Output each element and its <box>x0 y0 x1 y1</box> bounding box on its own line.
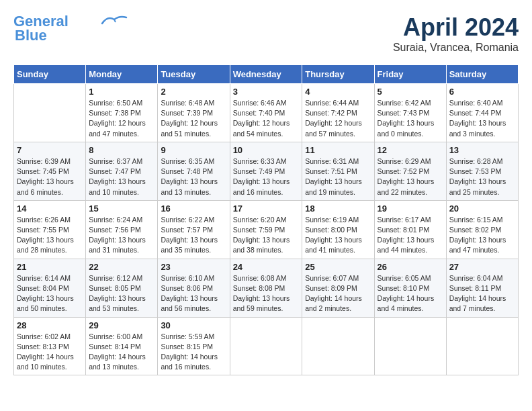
logo-bird-icon <box>101 14 128 26</box>
day-number: 15 <box>89 203 154 214</box>
day-info: Sunrise: 6:24 AMSunset: 7:56 PMDaylight:… <box>89 215 154 256</box>
day-info: Sunrise: 6:37 AMSunset: 7:47 PMDaylight:… <box>89 156 154 197</box>
day-number: 22 <box>89 262 154 272</box>
calendar-body: 1Sunrise: 6:50 AMSunset: 7:38 PMDaylight… <box>14 84 519 375</box>
day-number: 26 <box>378 262 443 272</box>
calendar-cell: 17Sunrise: 6:20 AMSunset: 7:59 PMDayligh… <box>230 200 302 259</box>
calendar-cell <box>230 317 302 375</box>
calendar-table: SundayMondayTuesdayWednesdayThursdayFrid… <box>13 64 519 375</box>
weekday-header-friday: Friday <box>374 65 446 84</box>
calendar-cell: 23Sunrise: 6:10 AMSunset: 8:06 PMDayligh… <box>158 259 230 317</box>
title-area: April 2024 Suraia, Vrancea, Romania <box>393 13 519 54</box>
day-number: 16 <box>161 203 226 214</box>
calendar-cell: 29Sunrise: 6:00 AMSunset: 8:14 PMDayligh… <box>86 317 158 375</box>
calendar-cell: 19Sunrise: 6:17 AMSunset: 8:01 PMDayligh… <box>374 200 446 259</box>
day-number: 7 <box>17 145 83 155</box>
day-number: 6 <box>449 87 515 97</box>
day-number: 19 <box>378 203 443 214</box>
day-number: 11 <box>305 145 371 155</box>
calendar-cell <box>302 317 374 375</box>
header: General Blue April 2024 Suraia, Vrancea,… <box>13 13 519 54</box>
calendar-cell <box>446 317 518 375</box>
calendar-week-row: 21Sunrise: 6:14 AMSunset: 8:04 PMDayligh… <box>14 259 519 317</box>
day-info: Sunrise: 6:19 AMSunset: 8:00 PMDaylight:… <box>305 215 371 256</box>
calendar-cell: 21Sunrise: 6:14 AMSunset: 8:04 PMDayligh… <box>14 259 86 317</box>
calendar-cell: 24Sunrise: 6:08 AMSunset: 8:08 PMDayligh… <box>230 259 302 317</box>
calendar-cell <box>374 317 446 375</box>
weekday-header-thursday: Thursday <box>302 65 374 84</box>
calendar-cell: 27Sunrise: 6:04 AMSunset: 8:11 PMDayligh… <box>446 259 518 317</box>
weekday-header-tuesday: Tuesday <box>158 65 230 84</box>
day-number: 27 <box>449 262 515 272</box>
calendar-cell: 4Sunrise: 6:44 AMSunset: 7:42 PMDaylight… <box>302 84 374 142</box>
day-info: Sunrise: 6:35 AMSunset: 7:48 PMDaylight:… <box>161 156 226 197</box>
calendar-cell: 8Sunrise: 6:37 AMSunset: 7:47 PMDaylight… <box>86 142 158 200</box>
calendar-cell <box>14 84 86 142</box>
calendar-cell: 5Sunrise: 6:42 AMSunset: 7:43 PMDaylight… <box>374 84 446 142</box>
calendar-cell: 14Sunrise: 6:26 AMSunset: 7:55 PMDayligh… <box>14 200 86 259</box>
day-info: Sunrise: 6:02 AMSunset: 8:13 PMDaylight:… <box>17 332 83 373</box>
weekday-header-saturday: Saturday <box>446 65 518 84</box>
day-info: Sunrise: 6:40 AMSunset: 7:44 PMDaylight:… <box>449 98 515 139</box>
day-info: Sunrise: 6:15 AMSunset: 8:02 PMDaylight:… <box>449 215 515 256</box>
day-info: Sunrise: 6:46 AMSunset: 7:40 PMDaylight:… <box>233 98 300 139</box>
calendar-cell: 10Sunrise: 6:33 AMSunset: 7:49 PMDayligh… <box>230 142 302 200</box>
day-info: Sunrise: 6:39 AMSunset: 7:45 PMDaylight:… <box>17 156 83 197</box>
day-info: Sunrise: 6:50 AMSunset: 7:38 PMDaylight:… <box>89 98 154 139</box>
day-info: Sunrise: 6:44 AMSunset: 7:42 PMDaylight:… <box>305 98 371 139</box>
calendar-week-row: 14Sunrise: 6:26 AMSunset: 7:55 PMDayligh… <box>14 200 519 259</box>
logo-blue: Blue <box>15 27 47 44</box>
calendar-cell: 3Sunrise: 6:46 AMSunset: 7:40 PMDaylight… <box>230 84 302 142</box>
day-info: Sunrise: 6:12 AMSunset: 8:05 PMDaylight:… <box>89 273 154 314</box>
day-info: Sunrise: 6:22 AMSunset: 7:57 PMDaylight:… <box>161 215 226 256</box>
calendar-cell: 16Sunrise: 6:22 AMSunset: 7:57 PMDayligh… <box>158 200 230 259</box>
day-number: 2 <box>161 87 226 97</box>
day-number: 3 <box>233 87 300 97</box>
day-number: 4 <box>305 87 371 97</box>
day-info: Sunrise: 6:48 AMSunset: 7:39 PMDaylight:… <box>161 98 226 139</box>
calendar-cell: 20Sunrise: 6:15 AMSunset: 8:02 PMDayligh… <box>446 200 518 259</box>
weekday-header-wednesday: Wednesday <box>230 65 302 84</box>
day-info: Sunrise: 6:26 AMSunset: 7:55 PMDaylight:… <box>17 215 83 256</box>
day-info: Sunrise: 6:17 AMSunset: 8:01 PMDaylight:… <box>378 215 443 256</box>
day-number: 23 <box>161 262 226 272</box>
day-number: 12 <box>378 145 443 155</box>
day-info: Sunrise: 6:00 AMSunset: 8:14 PMDaylight:… <box>89 332 154 373</box>
day-info: Sunrise: 6:10 AMSunset: 8:06 PMDaylight:… <box>161 273 226 314</box>
day-info: Sunrise: 6:42 AMSunset: 7:43 PMDaylight:… <box>378 98 443 139</box>
day-number: 8 <box>89 145 154 155</box>
day-info: Sunrise: 6:05 AMSunset: 8:10 PMDaylight:… <box>378 273 443 314</box>
day-info: Sunrise: 6:31 AMSunset: 7:51 PMDaylight:… <box>305 156 371 197</box>
day-number: 9 <box>161 145 226 155</box>
day-number: 17 <box>233 203 300 214</box>
calendar-cell: 22Sunrise: 6:12 AMSunset: 8:05 PMDayligh… <box>86 259 158 317</box>
calendar-week-row: 1Sunrise: 6:50 AMSunset: 7:38 PMDaylight… <box>14 84 519 142</box>
day-number: 30 <box>161 320 226 330</box>
day-number: 18 <box>305 203 371 214</box>
calendar-cell: 15Sunrise: 6:24 AMSunset: 7:56 PMDayligh… <box>86 200 158 259</box>
day-number: 21 <box>17 262 83 272</box>
weekday-header-monday: Monday <box>86 65 158 84</box>
day-number: 24 <box>233 262 300 272</box>
day-info: Sunrise: 6:28 AMSunset: 7:53 PMDaylight:… <box>449 156 515 197</box>
calendar-cell: 6Sunrise: 6:40 AMSunset: 7:44 PMDaylight… <box>446 84 518 142</box>
calendar-cell: 28Sunrise: 6:02 AMSunset: 8:13 PMDayligh… <box>14 317 86 375</box>
calendar-cell: 1Sunrise: 6:50 AMSunset: 7:38 PMDaylight… <box>86 84 158 142</box>
logo: General Blue <box>13 13 128 44</box>
calendar-cell: 11Sunrise: 6:31 AMSunset: 7:51 PMDayligh… <box>302 142 374 200</box>
calendar-cell: 7Sunrise: 6:39 AMSunset: 7:45 PMDaylight… <box>14 142 86 200</box>
day-number: 5 <box>378 87 443 97</box>
calendar-cell: 12Sunrise: 6:29 AMSunset: 7:52 PMDayligh… <box>374 142 446 200</box>
day-number: 13 <box>449 145 515 155</box>
day-info: Sunrise: 6:33 AMSunset: 7:49 PMDaylight:… <box>233 156 300 197</box>
calendar-week-row: 28Sunrise: 6:02 AMSunset: 8:13 PMDayligh… <box>14 317 519 375</box>
weekday-header-sunday: Sunday <box>14 65 86 84</box>
day-info: Sunrise: 6:29 AMSunset: 7:52 PMDaylight:… <box>378 156 443 197</box>
calendar-cell: 13Sunrise: 6:28 AMSunset: 7:53 PMDayligh… <box>446 142 518 200</box>
day-number: 10 <box>233 145 300 155</box>
calendar-cell: 26Sunrise: 6:05 AMSunset: 8:10 PMDayligh… <box>374 259 446 317</box>
day-info: Sunrise: 6:04 AMSunset: 8:11 PMDaylight:… <box>449 273 515 314</box>
day-info: Sunrise: 5:59 AMSunset: 8:15 PMDaylight:… <box>161 332 226 373</box>
day-info: Sunrise: 6:20 AMSunset: 7:59 PMDaylight:… <box>233 215 300 256</box>
calendar-cell: 2Sunrise: 6:48 AMSunset: 7:39 PMDaylight… <box>158 84 230 142</box>
